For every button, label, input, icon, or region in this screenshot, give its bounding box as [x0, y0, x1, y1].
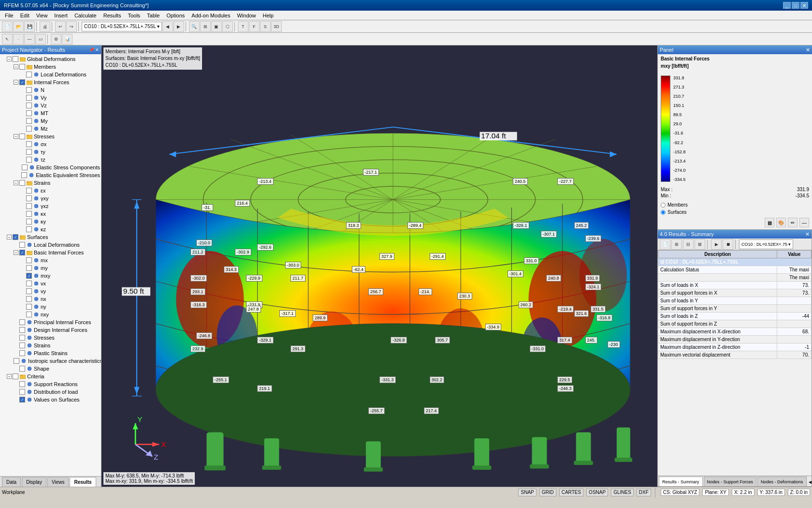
menu-insert[interactable]: Insert: [51, 11, 71, 20]
menu-edit[interactable]: Edit: [17, 11, 32, 20]
panel-icon4[interactable]: —: [799, 218, 809, 227]
undo-btn[interactable]: ↩: [55, 21, 66, 32]
tree-item-29[interactable]: vx: [0, 280, 101, 287]
tree-check-27[interactable]: [26, 265, 32, 271]
view-3d[interactable]: 3D: [271, 21, 282, 32]
tree-check-11[interactable]: [26, 141, 32, 147]
tree-item-42[interactable]: Support Reactions: [0, 380, 101, 388]
tree-item-16[interactable]: −Strains: [0, 179, 101, 187]
maximize-btn[interactable]: □: [792, 2, 799, 9]
tree-check-28[interactable]: ✓: [26, 273, 32, 279]
save-btn[interactable]: 💾: [24, 21, 35, 32]
tree-check-31[interactable]: [26, 296, 32, 302]
tree-check-8[interactable]: [26, 118, 32, 124]
tree-item-12[interactable]: τy: [0, 148, 101, 156]
tree-expand-10[interactable]: −: [14, 134, 18, 139]
tree-item-15[interactable]: Elastic Equivalent Stresses: [0, 171, 101, 179]
tree-check-17[interactable]: [26, 188, 32, 194]
rs-close-btn[interactable]: ✕: [805, 231, 810, 238]
tree-check-30[interactable]: [26, 288, 32, 294]
render-btn[interactable]: ▣: [211, 21, 222, 32]
tree-item-17[interactable]: εx: [0, 187, 101, 194]
snap-btn[interactable]: SNAP: [518, 489, 536, 496]
tree-item-3[interactable]: −✓Internal Forces: [0, 78, 101, 86]
tree-check-35[interactable]: [19, 327, 25, 333]
tree-item-9[interactable]: Mz: [0, 125, 101, 133]
dxf-btn[interactable]: DXF: [637, 489, 651, 496]
rs-tab-2[interactable]: Nodes - Deformations: [757, 477, 807, 486]
rs-nav-btn[interactable]: ◀◀: [808, 478, 812, 486]
tree-item-32[interactable]: ny: [0, 303, 101, 311]
select-btn[interactable]: ↖: [2, 34, 13, 45]
tree-check-36[interactable]: [19, 335, 25, 341]
tree-item-43[interactable]: Distribution of load: [0, 388, 101, 396]
tree-check-7[interactable]: [26, 110, 32, 116]
tree-item-22[interactable]: κz: [0, 225, 101, 233]
new-btn[interactable]: 📄: [2, 21, 13, 32]
surfaces-radio[interactable]: [661, 210, 666, 215]
menu-window[interactable]: Window: [234, 11, 259, 20]
member-btn[interactable]: —: [24, 34, 35, 45]
node-btn[interactable]: ·: [13, 34, 24, 45]
tree-item-20[interactable]: κx: [0, 210, 101, 218]
tree-item-35[interactable]: Design Internal Forces: [0, 326, 101, 334]
tree-check-42[interactable]: [19, 381, 25, 387]
tree-item-26[interactable]: mx: [0, 256, 101, 264]
tree-item-41[interactable]: −Criteria: [0, 373, 101, 380]
tree-check-20[interactable]: [26, 211, 32, 217]
tree-check-4[interactable]: [26, 87, 32, 93]
print-btn[interactable]: 🖨: [40, 21, 50, 32]
prev-btn[interactable]: ◀: [162, 21, 173, 32]
tree-check-39[interactable]: [14, 358, 19, 364]
view-front[interactable]: F: [249, 21, 260, 32]
view-side[interactable]: S: [260, 21, 271, 32]
combo-loadcase[interactable]: CO10 : DL+0.52EX+.75LL+.75SL ▾: [82, 22, 162, 31]
tree-item-5[interactable]: Vy: [0, 94, 101, 102]
cartes-btn[interactable]: CARTES: [559, 489, 583, 496]
tree-check-33[interactable]: [26, 312, 32, 317]
view-top[interactable]: T: [238, 21, 248, 32]
tree-check-43[interactable]: [19, 389, 25, 395]
tree-item-30[interactable]: vy: [0, 287, 101, 295]
results-btn[interactable]: 📊: [62, 34, 72, 45]
tree-expand-1[interactable]: −: [14, 64, 18, 69]
tree-check-38[interactable]: [19, 350, 25, 356]
tree-check-40[interactable]: [19, 366, 25, 372]
tree-expand-0[interactable]: −: [7, 57, 12, 61]
tree-item-40[interactable]: Shape: [0, 365, 101, 373]
tree-item-1[interactable]: −Members: [0, 63, 101, 71]
next-btn[interactable]: ▶: [174, 21, 184, 32]
rs-combo[interactable]: CO10 : DL+0.52EX+.75 ▾: [739, 239, 793, 249]
tree-item-6[interactable]: Vz: [0, 102, 101, 109]
rs-tb1[interactable]: 📄: [660, 239, 670, 250]
tree-item-7[interactable]: MT: [0, 109, 101, 117]
tree-check-0[interactable]: [13, 56, 18, 62]
tree-check-1[interactable]: [19, 64, 25, 70]
nav-tab-data[interactable]: Data: [2, 477, 21, 487]
tree-check-12[interactable]: [26, 149, 32, 155]
menu-tools[interactable]: Tools: [125, 11, 143, 20]
rs-tb2[interactable]: ⊞: [671, 239, 682, 250]
tree-item-31[interactable]: nx: [0, 295, 101, 303]
tree-check-13[interactable]: [26, 157, 32, 163]
titlebar-controls[interactable]: _ □ ✕: [783, 2, 808, 9]
menu-table[interactable]: Table: [144, 11, 162, 20]
tree-item-36[interactable]: Stresses: [0, 334, 101, 342]
tree-item-13[interactable]: τz: [0, 156, 101, 164]
panel-icon3[interactable]: ✏: [788, 218, 798, 227]
tree-expand-3[interactable]: −: [14, 80, 18, 85]
tree-item-38[interactable]: Plastic Strains: [0, 349, 101, 357]
tree-item-28[interactable]: ✓mxy: [0, 272, 101, 280]
tree-check-2[interactable]: [26, 72, 32, 77]
tree-check-16[interactable]: [19, 180, 25, 186]
nav-tab-display[interactable]: Display: [22, 477, 46, 487]
open-btn[interactable]: 📂: [13, 21, 24, 32]
tree-item-8[interactable]: My: [0, 117, 101, 125]
rs-tb3[interactable]: ⊟: [683, 239, 694, 250]
nav-pin-icon[interactable]: 📌: [89, 47, 94, 52]
tree-item-0[interactable]: −Global Deformations: [0, 55, 101, 63]
tree-expand-23[interactable]: −: [7, 235, 12, 239]
nav-close-icon[interactable]: ✕: [95, 47, 99, 52]
tree-check-10[interactable]: [19, 134, 25, 139]
menu-results[interactable]: Results: [101, 11, 124, 20]
